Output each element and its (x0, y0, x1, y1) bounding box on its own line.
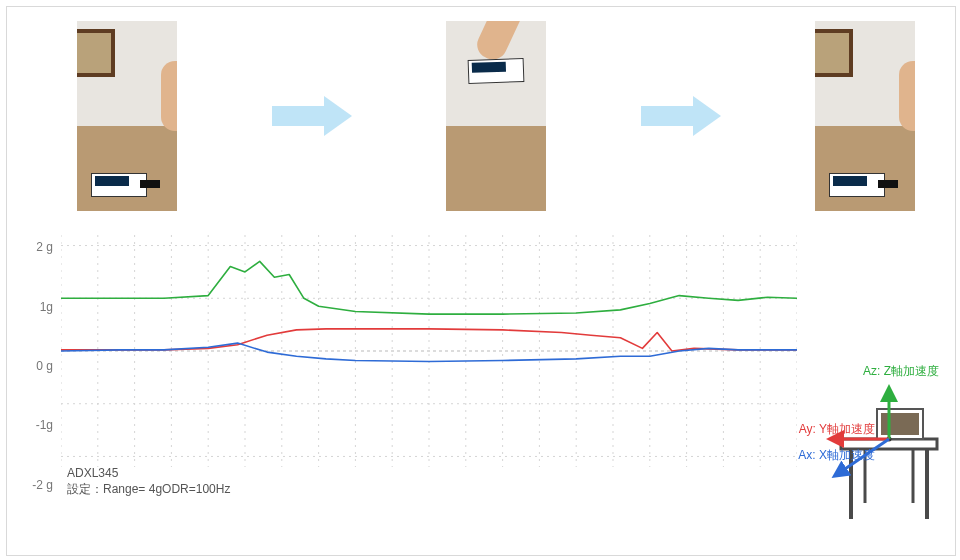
legend-ay-label: Ay: Y軸加速度 (799, 421, 875, 438)
y-tick-label: 1g (40, 300, 53, 314)
sensor-name: ADXL345 (67, 465, 230, 481)
svg-rect-32 (881, 413, 919, 435)
settings-line: 設定：Range= 4gODR=100Hz (67, 481, 230, 497)
legend-diagram (795, 289, 945, 529)
arrow-icon (641, 96, 721, 136)
legend-ax-label: Ax: X軸加速度 (798, 447, 875, 464)
axis-legend: Az: Z軸加速度 Ay: Y軸加速度 Ax: X軸加速度 (795, 289, 945, 529)
page-frame: 2 g 1g 0 g -1g -2 g ADXL345 設定：Range= 4g… (6, 6, 956, 556)
y-axis-ticks: 2 g 1g 0 g -1g -2 g (17, 235, 57, 497)
photo-before (77, 21, 177, 211)
y-tick-label: 2 g (36, 240, 53, 254)
arrow-icon (272, 96, 352, 136)
y-tick-label: -1g (36, 418, 53, 432)
chart-svg (61, 235, 797, 467)
y-tick-label: 0 g (36, 359, 53, 373)
legend-az-label: Az: Z軸加速度 (863, 363, 939, 380)
photo-after (815, 21, 915, 211)
y-tick-label: -2 g (32, 478, 53, 492)
photo-lifted (446, 21, 546, 211)
photo-sequence (77, 21, 915, 211)
chart-caption: ADXL345 設定：Range= 4gODR=100Hz (67, 465, 230, 497)
accelerometer-chart: 2 g 1g 0 g -1g -2 g ADXL345 設定：Range= 4g… (17, 235, 797, 497)
